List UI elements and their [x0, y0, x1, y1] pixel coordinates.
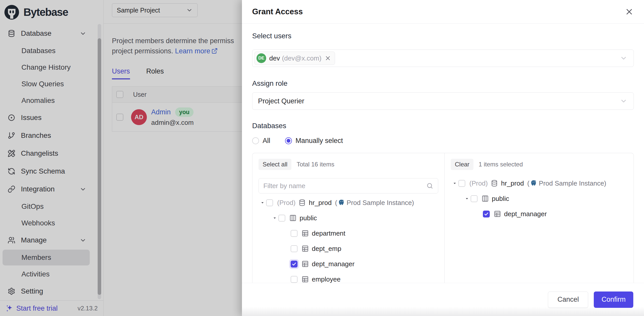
transfer-selected-panel: Clear 1 items selected (Prod)hr_prod(Pro… [445, 153, 634, 283]
tree-row-public[interactable]: public [259, 210, 438, 226]
postgres-icon [530, 180, 537, 187]
selected-items-label: 1 items selected [479, 161, 523, 168]
selected-tree: (Prod)hr_prod(Prod Sample Instance)publi… [451, 176, 627, 222]
table-icon [302, 260, 309, 268]
tree-row-hr-prod[interactable]: (Prod)hr_prod(Prod Sample Instance) [451, 176, 627, 191]
database-transfer: Select all Total 16 items (Prod)hr_prod(… [252, 153, 634, 283]
tree-node-name: dept_manager [504, 210, 547, 218]
tree-node-name: dept_emp [312, 245, 341, 253]
total-items-label: Total 16 items [297, 161, 334, 168]
checkbox[interactable] [458, 180, 465, 187]
modal-body: Select users DE dev (dev@x.com) Assign r… [242, 24, 644, 283]
cancel-button[interactable]: Cancel [548, 291, 588, 308]
remove-chip-icon[interactable] [325, 55, 331, 62]
clear-button[interactable]: Clear [451, 159, 473, 170]
confirm-button[interactable]: Confirm [594, 291, 633, 308]
db-cylinder-icon [299, 199, 306, 206]
checkbox[interactable] [291, 261, 298, 268]
checkbox[interactable] [278, 215, 285, 222]
transfer-source-panel: Select all Total 16 items (Prod)hr_prod(… [252, 153, 445, 283]
caret-icon [463, 197, 471, 201]
checkbox[interactable] [471, 195, 478, 202]
instance-name: Prod Sample Instance) [539, 179, 606, 187]
tree-node-name: department [312, 229, 345, 237]
table-icon [494, 210, 501, 217]
table-icon [302, 276, 309, 283]
table-icon [302, 230, 309, 237]
modal-header: Grant Access [242, 0, 644, 24]
databases-label: Databases [252, 121, 634, 130]
user-chip: DE dev (dev@x.com) [254, 52, 335, 65]
checkbox[interactable] [291, 230, 298, 237]
radio-circle [285, 137, 292, 144]
db-cylinder-icon [491, 180, 498, 187]
radio-circle [252, 137, 259, 144]
chip-user-email: (dev@x.com) [282, 54, 321, 62]
assign-role-label: Assign role [252, 79, 634, 88]
tree-row-employee[interactable]: employee [259, 272, 438, 283]
tree-row-dept-manager[interactable]: dept_manager [451, 206, 627, 222]
instance-name: Prod Sample Instance) [347, 199, 414, 207]
filter-input[interactable] [263, 182, 426, 190]
tree-row-dept-emp[interactable]: dept_emp [259, 241, 438, 256]
schema-icon [482, 195, 489, 202]
assign-role-value: Project Querier [258, 97, 304, 105]
chevron-down-icon [620, 54, 627, 62]
radio-label: All [263, 137, 270, 145]
tree-row-public[interactable]: public [451, 191, 627, 206]
radio-label: Manually select [295, 137, 343, 145]
grant-access-modal: Grant Access Select users DE dev (dev@x.… [242, 0, 644, 316]
table-icon [302, 245, 309, 252]
filter-field [259, 178, 438, 193]
environment-label: (Prod) [469, 179, 488, 187]
caret-icon [451, 181, 458, 185]
environment-label: (Prod) [277, 199, 295, 207]
tree-node-name: public [492, 195, 509, 203]
select-users-input[interactable]: DE dev (dev@x.com) [252, 50, 634, 67]
caret-icon [271, 216, 278, 220]
instance-paren: ( [527, 179, 530, 187]
tree-node-name: hr_prod [501, 179, 524, 187]
postgres-icon [338, 199, 345, 206]
checkbox[interactable] [291, 276, 298, 283]
source-tree: (Prod)hr_prod(Prod Sample Instance)publi… [259, 195, 438, 283]
select-all-button[interactable]: Select all [259, 159, 291, 170]
caret-icon [259, 201, 266, 205]
modal-title: Grant Access [252, 7, 303, 16]
instance-paren: ( [335, 199, 337, 207]
tree-row-dept-manager[interactable]: dept_manager [259, 256, 438, 272]
schema-icon [289, 214, 297, 222]
chip-user-name: dev [269, 54, 280, 62]
assign-role-select[interactable]: Project Querier [252, 92, 634, 110]
tree-node-name: hr_prod [309, 199, 332, 207]
checkbox[interactable] [483, 211, 490, 217]
avatar: DE [256, 53, 266, 63]
chevron-down-icon [620, 97, 627, 105]
modal-footer: Cancel Confirm [242, 283, 644, 316]
radio-all[interactable]: All [252, 137, 270, 145]
close-icon[interactable] [625, 7, 634, 16]
radio-manually-select[interactable]: Manually select [285, 137, 343, 145]
tree-row-hr-prod[interactable]: (Prod)hr_prod(Prod Sample Instance) [259, 195, 438, 210]
tree-node-name: employee [312, 275, 341, 283]
tree-node-name: dept_manager [312, 260, 355, 268]
select-users-label: Select users [252, 32, 634, 40]
tree-row-department[interactable]: department [259, 226, 438, 241]
checkbox[interactable] [266, 199, 273, 206]
search-icon [426, 182, 433, 189]
checkbox[interactable] [291, 245, 298, 252]
databases-radio-group: AllManually select [252, 137, 634, 145]
tree-node-name: public [300, 214, 317, 222]
